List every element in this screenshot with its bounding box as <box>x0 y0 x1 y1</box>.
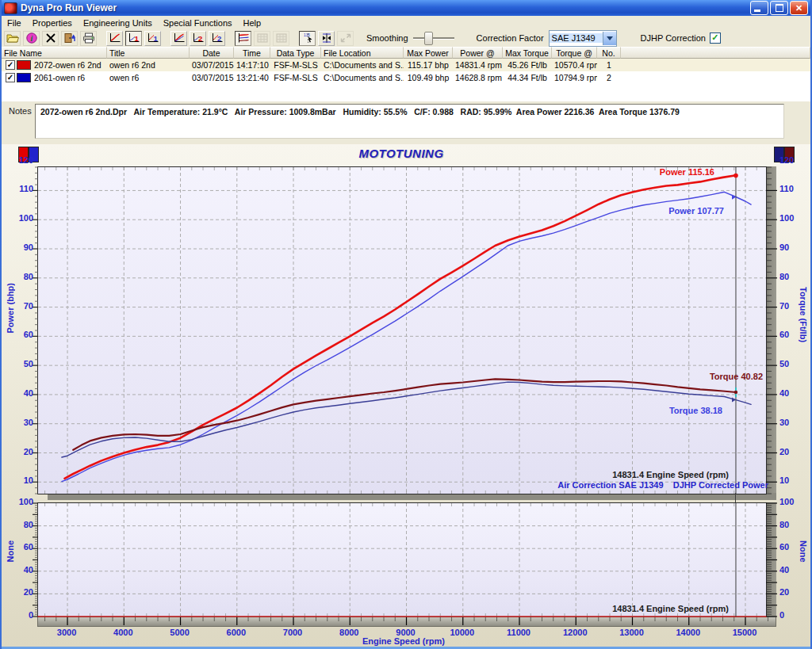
torque2-cursor-label: Torque 38.18 <box>669 406 722 415</box>
chart-curves2-icon <box>173 32 186 44</box>
table-cell: 115.17 bhp <box>404 60 453 70</box>
table-cell: 13:21:40 <box>234 73 270 82</box>
bottom-right-tick-label: 0 <box>779 610 802 620</box>
run-file-table: File NameTitleDateTimeData TypeFile Loca… <box>2 47 810 101</box>
table-cell: owen r6 <box>107 73 190 82</box>
minimize-button[interactable] <box>750 1 768 15</box>
djhp-correction-label: DJHP Correction <box>641 33 706 43</box>
graph-power-button[interactable] <box>106 31 123 46</box>
graph-run2-alt-button[interactable]: 2 <box>209 31 225 46</box>
table-row[interactable]: ✓2061-owen r6owen r603/07/201513:21:40FS… <box>2 71 810 84</box>
cursor-adjust-button[interactable] <box>318 31 335 46</box>
chart-overlay-icon <box>237 32 250 44</box>
power-axis-tick-label: 30 <box>11 418 33 427</box>
cursor-line[interactable] <box>735 493 736 502</box>
column-header[interactable]: No. <box>597 47 621 59</box>
smoothing-slider[interactable] <box>413 37 454 40</box>
power-axis-tick-label: 20 <box>11 447 33 456</box>
torque-axis-tick-label: 60 <box>779 330 802 339</box>
correction-factor-select[interactable]: SAE J1349 <box>549 30 617 47</box>
column-header[interactable]: Max Power <box>404 47 453 59</box>
graph-run1-alt-button[interactable]: 1 <box>144 31 161 46</box>
power-axis-tick-label: 110 <box>11 184 33 193</box>
table-cell: 03/07/2015 <box>190 60 234 70</box>
menu-item-file[interactable]: File <box>2 17 27 29</box>
close-button[interactable]: ✕ <box>790 1 808 15</box>
engine-speed-tick-label: 6000 <box>219 628 254 637</box>
table-cell: 1 <box>597 60 621 70</box>
menu-bar: FilePropertiesEngineering UnitsSpecial F… <box>2 16 810 30</box>
close-file-button[interactable] <box>42 31 59 46</box>
table-cell: FSF-M-SLS <box>270 60 321 70</box>
table-cell: 14831.4 rpm <box>453 60 503 70</box>
bottom-left-tick-label: 0 <box>11 610 33 620</box>
file-info-button[interactable]: i <box>23 31 40 46</box>
cursor-values-button[interactable]: 135 <box>299 31 316 46</box>
chart-num2b-icon: 2 <box>211 32 224 44</box>
table-cell: 44.34 Ft/lb <box>503 73 552 82</box>
bottom-left-tick-label: 60 <box>11 542 33 552</box>
power1-cursor-label: Power 115.16 <box>660 167 714 177</box>
bottom-chart-plot[interactable] <box>37 502 767 617</box>
graph-both-runs-button[interactable] <box>170 31 187 46</box>
smoothing-slider-thumb[interactable] <box>424 32 433 45</box>
open-file-button[interactable] <box>4 31 21 46</box>
dropdown-arrow-icon[interactable] <box>603 32 616 45</box>
engine-speed-tick-label: 11000 <box>501 628 536 637</box>
graph-run1-button[interactable]: 1 <box>125 31 142 46</box>
power-axis-tick-label: 40 <box>11 388 33 398</box>
x-axis-title: Engine Speed (rpm) <box>362 636 445 646</box>
column-header[interactable]: Torque @ <box>552 47 597 59</box>
column-header[interactable]: Title <box>107 47 190 59</box>
column-header[interactable]: File Name <box>2 47 107 59</box>
exit-button[interactable] <box>61 31 78 46</box>
djhp-correction-checkbox[interactable]: ✓ <box>710 32 721 44</box>
print-button[interactable] <box>80 31 97 46</box>
engine-speed-tick-label: 14000 <box>671 628 706 637</box>
restore-button[interactable] <box>770 1 788 15</box>
top-chart-plot[interactable] <box>37 166 767 494</box>
run-checkbox[interactable]: ✓ <box>6 73 15 82</box>
menu-item-special-functions[interactable]: Special Functions <box>158 17 238 29</box>
notes-area: Notes 2072-owen r6 2nd.Dpr Air Temperatu… <box>2 101 810 144</box>
torque-axis-tick-label: 100 <box>779 213 802 223</box>
engine-speed-tick-label: 9000 <box>389 628 423 637</box>
engine-speed-tick-label: 5000 <box>163 628 197 637</box>
graph-overlay-button[interactable] <box>235 31 251 46</box>
column-header[interactable]: Power @ <box>453 47 503 59</box>
column-header[interactable]: Date <box>190 47 234 59</box>
menu-item-help[interactable]: Help <box>238 17 267 29</box>
graph-run2-button[interactable]: 2 <box>190 31 206 46</box>
table-cell: 10570.4 rpm <box>552 60 597 70</box>
bottom-right-tick-label: 20 <box>779 587 802 597</box>
column-header[interactable]: Data Type <box>270 47 321 59</box>
bottom-left-tick-label: 100 <box>11 497 33 506</box>
torque-axis-tick-label: 10 <box>779 475 802 485</box>
power-axis-tick-label: 90 <box>11 242 33 252</box>
table-cell: 45.26 Ft/lb <box>503 60 552 70</box>
info-icon: i <box>25 32 38 44</box>
zoom-expand-button <box>337 31 354 46</box>
column-header[interactable]: Max Torque <box>503 47 552 59</box>
menu-item-properties[interactable]: Properties <box>27 17 78 29</box>
column-header[interactable]: File Location <box>321 47 404 59</box>
table-cell: FSF-M-SLS <box>270 73 321 82</box>
expand-icon <box>339 32 352 44</box>
torque-axis-tick-label: 80 <box>779 272 802 281</box>
bottom-right-tick-label: 100 <box>779 497 802 506</box>
table-cell: 14628.8 rpm <box>453 73 503 82</box>
table-row[interactable]: ✓2072-owen r6 2ndowen r6 2nd03/07/201514… <box>2 59 810 71</box>
table-cell: 03/07/2015 <box>190 73 234 82</box>
menu-item-engineering-units[interactable]: Engineering Units <box>78 17 158 29</box>
notes-label: Notes <box>9 106 32 116</box>
torque-axis-tick-label: 120 <box>779 155 802 165</box>
engine-speed-tick-label: 3000 <box>49 628 84 637</box>
column-header[interactable]: Time <box>234 47 270 59</box>
power-axis-tick-label: 70 <box>11 301 33 311</box>
notes-box[interactable]: 2072-owen r6 2nd.Dpr Air Temperature: 21… <box>35 104 784 139</box>
torque-axis-tick-label: 30 <box>779 418 802 427</box>
file-name-cell: 2061-owen r6 <box>34 73 85 82</box>
bottom-left-tick-label: 20 <box>11 587 33 597</box>
run-checkbox[interactable]: ✓ <box>6 60 15 70</box>
svg-text:i: i <box>30 34 33 43</box>
